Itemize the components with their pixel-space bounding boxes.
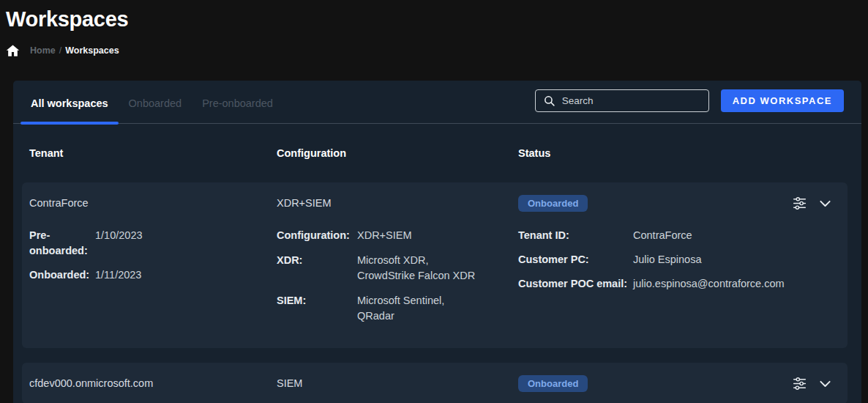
workspace-row-contraforce: ContraForce XDR+SIEM Onboarded	[22, 182, 848, 348]
details-customer-column: Tenant ID: ContraForce Customer PC: Juli…	[518, 228, 833, 300]
tab-pre-onboarded[interactable]: Pre-onboarded	[192, 97, 283, 124]
detail-row: XDR: Microsoft XDR, CrowdStrike Falcon X…	[277, 253, 518, 284]
detail-label: Customer POC email:	[518, 276, 633, 292]
chevron-down-icon[interactable]	[818, 376, 833, 391]
workspace-row-main[interactable]: cfdev000.onmicrosoft.com SIEM Onboarded	[22, 363, 848, 403]
search-box[interactable]	[535, 89, 709, 112]
configuration-cell: XDR+SIEM	[277, 197, 518, 209]
detail-value: XDR+SIEM	[357, 228, 412, 243]
detail-row: Pre-onboarded: 1/10/2023	[29, 228, 277, 259]
detail-value: julio.espinosa@contraforce.com	[633, 276, 785, 292]
column-header-tenant: Tenant	[29, 147, 277, 159]
column-header-status: Status	[518, 147, 847, 159]
tune-filters-icon[interactable]	[792, 196, 807, 211]
detail-row: Onboarded: 1/11/2023	[29, 267, 277, 283]
detail-row: Customer PC: Julio Espinosa	[518, 252, 833, 267]
row-actions	[792, 196, 833, 211]
details-configuration-column: Configuration: XDR+SIEM XDR: Microsoft X…	[277, 228, 518, 333]
workspaces-panel: All workspaces Onboarded Pre-onboarded A…	[13, 81, 861, 403]
detail-value: ContraForce	[633, 228, 692, 243]
tenant-cell: cfdev000.onmicrosoft.com	[29, 377, 277, 389]
detail-value: 1/11/2023	[95, 267, 141, 283]
detail-value: Julio Espinosa	[633, 252, 702, 267]
status-cell: Onboarded	[518, 195, 833, 212]
detail-label: Onboarded:	[29, 267, 95, 283]
tab-all-workspaces[interactable]: All workspaces	[20, 97, 119, 124]
search-input[interactable]	[562, 95, 701, 106]
home-icon[interactable]	[6, 44, 20, 58]
configuration-cell: SIEM	[277, 377, 518, 389]
detail-value: Microsoft XDR, CrowdStrike Falcon XDR	[357, 253, 475, 284]
detail-row: Configuration: XDR+SIEM	[277, 228, 518, 243]
row-actions	[792, 376, 833, 391]
detail-row: Customer POC email: julio.espinosa@contr…	[518, 276, 833, 292]
detail-label: SIEM:	[277, 293, 357, 324]
details-dates-column: Pre-onboarded: 1/10/2023 Onboarded: 1/11…	[29, 228, 277, 292]
search-icon	[543, 95, 555, 107]
detail-value: 1/10/2023	[95, 228, 143, 259]
detail-label: Configuration:	[277, 228, 357, 243]
add-workspace-button[interactable]: ADD WORKSPACE	[721, 89, 844, 112]
toolbar-divider	[13, 123, 861, 124]
workspace-row-cfdev000: cfdev000.onmicrosoft.com SIEM Onboarded	[22, 363, 848, 403]
detail-label: Tenant ID:	[518, 228, 633, 243]
breadcrumb-separator: /	[59, 45, 61, 56]
table-header-row: Tenant Configuration Status	[13, 124, 861, 182]
tab-onboarded[interactable]: Onboarded	[119, 97, 192, 124]
detail-label: Customer PC:	[518, 252, 633, 267]
status-badge: Onboarded	[518, 375, 588, 392]
status-badge: Onboarded	[518, 195, 588, 212]
detail-row: SIEM: Microsoft Sentinel, QRadar	[277, 293, 518, 324]
chevron-down-icon[interactable]	[818, 196, 833, 211]
workspaces-page: Workspaces Home / Workspaces All workspa…	[0, 0, 868, 403]
tenant-cell: ContraForce	[29, 197, 277, 209]
detail-label: XDR:	[277, 253, 357, 284]
column-header-configuration: Configuration	[277, 147, 518, 159]
workspace-details: Pre-onboarded: 1/10/2023 Onboarded: 1/11…	[22, 223, 848, 348]
page-title: Workspaces	[6, 7, 868, 32]
toolbar-actions: ADD WORKSPACE	[535, 89, 844, 112]
workspace-row-main[interactable]: ContraForce XDR+SIEM Onboarded	[22, 182, 848, 223]
breadcrumb: Home / Workspaces	[6, 43, 868, 58]
tab-bar: All workspaces Onboarded Pre-onboarded	[20, 97, 283, 124]
detail-label: Pre-onboarded:	[29, 228, 95, 259]
tune-filters-icon[interactable]	[792, 376, 807, 391]
status-cell: Onboarded	[518, 375, 833, 392]
breadcrumb-current: Workspaces	[65, 45, 119, 56]
toolbar: All workspaces Onboarded Pre-onboarded A…	[13, 81, 861, 124]
detail-row: Tenant ID: ContraForce	[518, 228, 833, 243]
detail-value: Microsoft Sentinel, QRadar	[357, 293, 444, 324]
breadcrumb-home-link[interactable]: Home	[30, 45, 56, 56]
